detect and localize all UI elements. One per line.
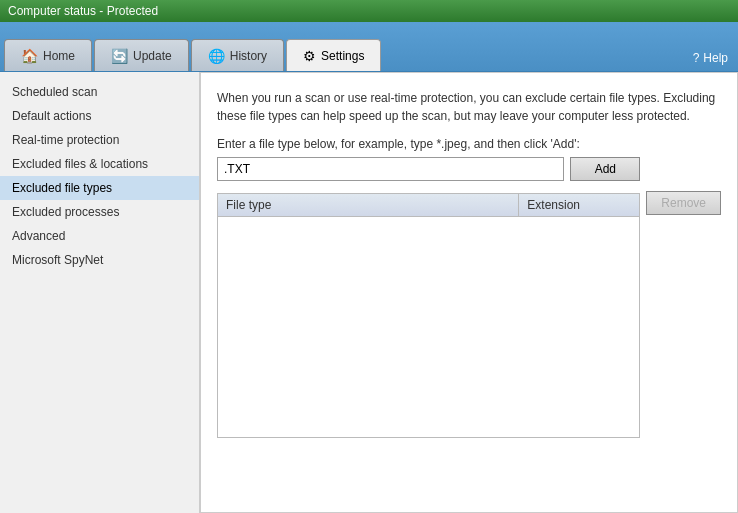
column-extension: Extension: [519, 194, 639, 216]
tab-update[interactable]: 🔄 Update: [94, 39, 189, 71]
sidebar-item-microsoft-spynet[interactable]: Microsoft SpyNet: [0, 248, 199, 272]
sidebar-item-excluded-file-types[interactable]: Excluded file types: [0, 176, 199, 200]
sidebar-label-excluded-files-locations: Excluded files & locations: [12, 157, 148, 171]
add-button[interactable]: Add: [570, 157, 640, 181]
sidebar-item-default-actions[interactable]: Default actions: [0, 104, 199, 128]
remove-button[interactable]: Remove: [646, 191, 721, 215]
input-row: Add: [217, 157, 640, 181]
title-text: Computer status - Protected: [8, 4, 158, 18]
description-text: When you run a scan or use real-time pro…: [217, 89, 721, 125]
tab-history[interactable]: 🌐 History: [191, 39, 284, 71]
history-icon: 🌐: [208, 48, 225, 64]
settings-icon: ⚙: [303, 48, 316, 64]
tab-update-label: Update: [133, 49, 172, 63]
sidebar-label-microsoft-spynet: Microsoft SpyNet: [12, 253, 103, 267]
content-area: When you run a scan or use real-time pro…: [200, 72, 738, 513]
column-file-type: File type: [218, 194, 519, 216]
update-icon: 🔄: [111, 48, 128, 64]
title-bar: Computer status - Protected: [0, 0, 738, 22]
sidebar-label-real-time-protection: Real-time protection: [12, 133, 119, 147]
file-type-input[interactable]: [217, 157, 564, 181]
table-header: File type Extension: [218, 194, 639, 217]
input-label: Enter a file type below, for example, ty…: [217, 137, 721, 151]
file-type-table: File type Extension: [217, 193, 640, 438]
sidebar-item-excluded-processes[interactable]: Excluded processes: [0, 200, 199, 224]
tab-history-label: History: [230, 49, 267, 63]
sidebar-label-advanced: Advanced: [12, 229, 65, 243]
main-area: Scheduled scan Default actions Real-time…: [0, 72, 738, 513]
sidebar-label-scheduled-scan: Scheduled scan: [12, 85, 97, 99]
input-table-column: Add File type Extension: [217, 157, 640, 438]
tab-home-label: Home: [43, 49, 75, 63]
tab-settings[interactable]: ⚙ Settings: [286, 39, 381, 71]
help-icon: ?: [693, 51, 700, 65]
sidebar-label-excluded-file-types: Excluded file types: [12, 181, 112, 195]
sidebar-item-advanced[interactable]: Advanced: [0, 224, 199, 248]
sidebar-item-real-time-protection[interactable]: Real-time protection: [0, 128, 199, 152]
input-and-table-area: Add File type Extension Remove: [217, 157, 721, 438]
help-label: Help: [703, 51, 728, 65]
tab-settings-label: Settings: [321, 49, 364, 63]
sidebar: Scheduled scan Default actions Real-time…: [0, 72, 200, 513]
sidebar-item-scheduled-scan[interactable]: Scheduled scan: [0, 80, 199, 104]
help-tab[interactable]: ? Help: [693, 51, 738, 71]
tab-home[interactable]: 🏠 Home: [4, 39, 92, 71]
home-icon: 🏠: [21, 48, 38, 64]
sidebar-label-excluded-processes: Excluded processes: [12, 205, 119, 219]
tab-bar: 🏠 Home 🔄 Update 🌐 History ⚙ Settings ? H…: [0, 22, 738, 72]
sidebar-item-excluded-files-locations[interactable]: Excluded files & locations: [0, 152, 199, 176]
right-buttons: Remove: [646, 157, 721, 215]
table-body: [218, 217, 639, 437]
sidebar-label-default-actions: Default actions: [12, 109, 91, 123]
